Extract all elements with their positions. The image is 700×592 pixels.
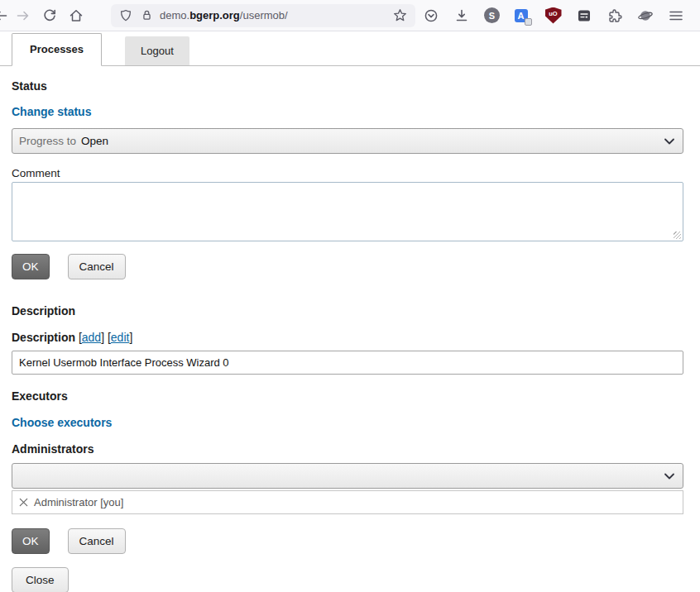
remove-x-icon[interactable] — [18, 497, 29, 508]
chevron-down-icon — [664, 471, 675, 481]
home-icon — [68, 7, 84, 24]
card-notes-icon — [576, 7, 592, 24]
status-ok-button[interactable]: OK — [12, 254, 50, 279]
pocket-button[interactable] — [415, 4, 446, 27]
back-button[interactable] — [0, 4, 10, 27]
tracking-protection-shield-icon[interactable] — [118, 8, 133, 23]
administrator-entry-label: Administrator [you] — [34, 496, 123, 508]
extension-s-button[interactable]: S — [477, 4, 507, 27]
comment-label: Comment — [12, 167, 683, 179]
download-icon — [453, 7, 470, 24]
administrator-entry-row: Administrator [you] — [12, 490, 683, 514]
translate-mini-glyph — [525, 18, 532, 26]
extension-ublock-button[interactable]: uO — [538, 4, 568, 27]
status-cancel-button[interactable]: Cancel — [68, 254, 126, 279]
executors-button-row: OK Cancel — [12, 528, 683, 554]
comment-textarea[interactable] — [12, 182, 683, 241]
bookmark-star-icon[interactable] — [392, 7, 408, 23]
comment-textarea-wrap — [12, 182, 683, 241]
administrators-select[interactable] — [12, 463, 683, 489]
administrators-heading: Administrators — [12, 442, 683, 456]
planet-icon — [637, 7, 654, 24]
home-button[interactable] — [63, 4, 89, 27]
close-button[interactable]: Close — [12, 567, 69, 592]
executors-ok-button[interactable]: OK — [12, 528, 50, 554]
extension-s-icon: S — [484, 7, 500, 23]
description-label-row: Description [add] [edit] — [12, 331, 683, 344]
extension-card-button[interactable] — [568, 4, 599, 27]
status-select-value: Open — [81, 135, 108, 147]
description-input[interactable] — [12, 351, 683, 375]
main-content: Status Change status Progress to Open Co… — [0, 66, 700, 592]
reload-button[interactable] — [36, 4, 63, 27]
lock-icon[interactable] — [140, 8, 154, 22]
page-tab-bar: Processes Logout — [0, 31, 700, 66]
resize-grip-icon[interactable] — [674, 232, 681, 239]
ublock-shield-icon: uO — [545, 7, 562, 24]
chevron-down-icon — [664, 136, 675, 146]
tab-processes[interactable]: Processes — [12, 33, 102, 66]
extension-planet-button[interactable] — [630, 4, 660, 27]
reload-icon — [41, 7, 58, 24]
extensions-button[interactable] — [599, 4, 630, 27]
description-add-link[interactable]: add — [82, 331, 101, 344]
extension-translate-button[interactable]: A — [507, 4, 538, 27]
translate-icon: A — [515, 9, 528, 22]
forward-arrow-icon — [15, 7, 31, 24]
status-select[interactable]: Progress to Open — [12, 128, 683, 154]
choose-executors-link[interactable]: Choose executors — [12, 416, 112, 429]
status-heading: Status — [12, 79, 683, 93]
address-bar[interactable]: demo.bgerp.org/usermob/ — [111, 4, 415, 27]
description-heading: Description — [12, 304, 683, 317]
menu-button[interactable] — [660, 4, 691, 27]
description-label: Description — [12, 331, 75, 344]
puzzle-piece-icon — [607, 7, 623, 24]
browser-toolbar: demo.bgerp.org/usermob/ S A uO — [0, 0, 700, 31]
downloads-button[interactable] — [446, 4, 477, 27]
url-text: demo.bgerp.org/usermob/ — [160, 9, 392, 21]
forward-button[interactable] — [10, 4, 36, 27]
pocket-icon — [423, 7, 439, 24]
executors-cancel-button[interactable]: Cancel — [68, 528, 126, 554]
change-status-link[interactable]: Change status — [12, 105, 91, 118]
back-arrow-icon — [0, 7, 9, 24]
hamburger-menu-icon — [668, 7, 684, 24]
status-button-row: OK Cancel — [12, 254, 683, 279]
description-edit-link[interactable]: edit — [111, 331, 130, 344]
executors-heading: Executors — [12, 389, 683, 403]
status-select-prefix: Progress to — [19, 135, 76, 147]
close-button-row: Close — [12, 567, 683, 592]
tab-logout[interactable]: Logout — [125, 36, 189, 65]
